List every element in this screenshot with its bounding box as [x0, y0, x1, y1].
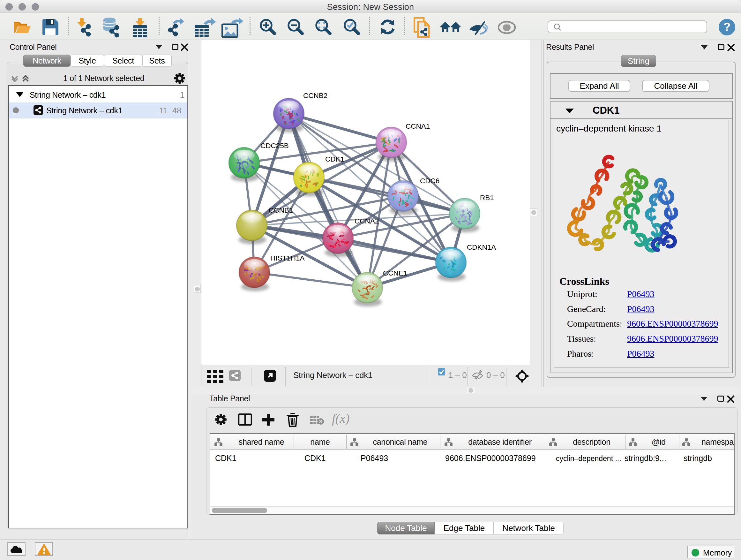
svg-text:HIST1H1A: HIST1H1A	[270, 254, 305, 262]
svg-text:CCNA2: CCNA2	[354, 217, 379, 225]
svg-text:CDKN1A: CDKN1A	[467, 243, 496, 251]
svg-text:CDK1: CDK1	[325, 155, 344, 163]
svg-text:RB1: RB1	[480, 194, 494, 202]
svg-text:CCNE1: CCNE1	[383, 269, 407, 277]
svg-text:CDC6: CDC6	[420, 177, 440, 185]
svg-text:CDC25B: CDC25B	[260, 142, 289, 150]
svg-text:?: ?	[724, 20, 731, 34]
svg-text:CCNA1: CCNA1	[406, 122, 430, 130]
svg-text:CCNB2: CCNB2	[303, 91, 327, 100]
svg-text:CCNB1: CCNB1	[269, 206, 293, 214]
